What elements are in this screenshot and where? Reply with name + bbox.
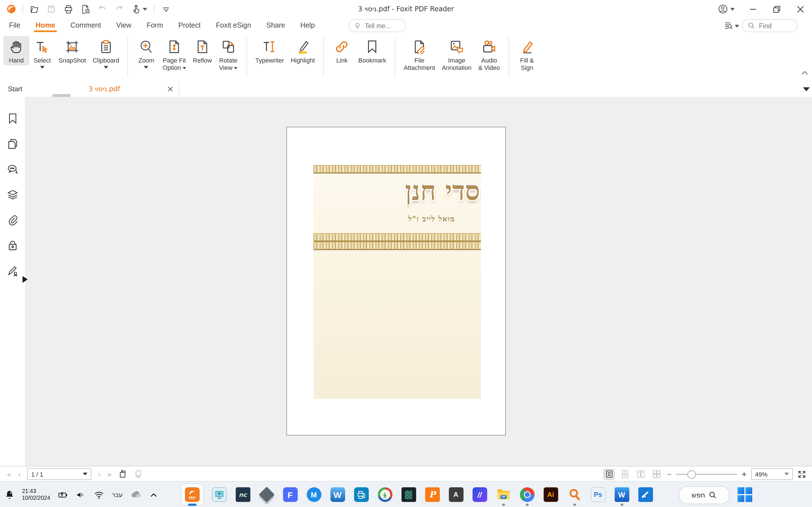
taskbar-w-app[interactable]: W: [330, 484, 345, 505]
undo-button[interactable]: [96, 3, 108, 15]
taskbar-ma-app[interactable]: //: [472, 484, 487, 505]
menu-protect[interactable]: Protect: [178, 21, 200, 29]
expand-panel-handle[interactable]: [22, 276, 28, 283]
menu-help[interactable]: Help: [300, 21, 315, 29]
snapshot-button[interactable]: SnapShot: [55, 36, 89, 65]
open-file-button[interactable]: [29, 3, 40, 15]
account-button[interactable]: [715, 0, 738, 18]
pages-panel-icon[interactable]: [6, 138, 18, 150]
minimize-button[interactable]: [744, 0, 761, 18]
menu-comment[interactable]: Comment: [70, 21, 101, 29]
taskbar-m-messenger-app[interactable]: M: [306, 484, 321, 505]
restore-button[interactable]: [768, 0, 785, 18]
fill-sign-button[interactable]: Fill & Sign: [514, 36, 540, 73]
taskbar-photoshop[interactable]: Ps: [591, 484, 606, 505]
hidden-icons-chevron[interactable]: [150, 491, 157, 498]
layers-panel-icon[interactable]: [6, 189, 18, 201]
bookmarks-panel-icon[interactable]: [6, 113, 18, 124]
wifi-icon[interactable]: [94, 489, 104, 500]
next-view-button[interactable]: [134, 469, 144, 479]
taskbar-nc-artwork-app[interactable]: nc: [235, 484, 250, 505]
tell-me-search[interactable]: [349, 19, 406, 32]
select-tool-button[interactable]: Select: [29, 36, 55, 70]
page-fit-option-button[interactable]: Page Fit Option: [159, 36, 190, 73]
continuous-view-button[interactable]: [619, 468, 631, 480]
save-button[interactable]: [46, 3, 57, 15]
collapse-ribbon-button[interactable]: [801, 70, 809, 75]
facing-continuous-view-button[interactable]: [651, 468, 662, 480]
clipboard-button[interactable]: Clipboard: [89, 36, 123, 70]
zoom-level-box[interactable]: 49%: [751, 468, 793, 480]
link-button[interactable]: Link: [329, 36, 355, 65]
customize-toolbar-button[interactable]: [160, 3, 171, 15]
zoom-slider[interactable]: [676, 470, 737, 478]
attachments-panel-icon[interactable]: [6, 214, 18, 226]
signatures-panel-icon[interactable]: [6, 265, 18, 277]
taskbar-chrome[interactable]: [519, 484, 535, 505]
bookmark-button[interactable]: Bookmark: [355, 36, 390, 65]
security-panel-icon[interactable]: [6, 239, 18, 251]
taskbar-search-app[interactable]: [567, 484, 582, 505]
print-button[interactable]: [63, 3, 74, 15]
taskbar-illustrator[interactable]: Ai: [543, 484, 558, 505]
menu-form[interactable]: Form: [147, 21, 163, 29]
hand-tool-button[interactable]: Hand: [3, 36, 29, 65]
typewriter-button[interactable]: Typewriter: [252, 36, 288, 65]
organize-pages-button[interactable]: [80, 3, 91, 15]
taskbar-clock[interactable]: 21:43 10/02/2024: [22, 488, 50, 501]
tab-start[interactable]: Start: [0, 82, 89, 96]
zoom-in-button[interactable]: +: [742, 470, 747, 478]
taskbar-picpick-app[interactable]: P: [424, 484, 440, 505]
taskbar-scanner-app[interactable]: [638, 484, 653, 505]
zoom-button[interactable]: Zoom: [133, 36, 159, 70]
menu-view[interactable]: View: [116, 21, 132, 29]
next-page-button[interactable]: ›: [98, 470, 101, 478]
zoom-out-button[interactable]: −: [667, 470, 672, 478]
taskbar-diamond-app[interactable]: [259, 484, 274, 505]
audio-video-button[interactable]: Audio & Video: [475, 36, 503, 73]
menu-home[interactable]: Home: [36, 21, 55, 29]
close-button[interactable]: [792, 0, 809, 18]
taskbar-f-app[interactable]: F: [283, 484, 298, 505]
file-attachment-button[interactable]: File Attachment: [400, 36, 439, 73]
find-input[interactable]: [758, 22, 785, 30]
rotate-view-button[interactable]: Rotate View: [215, 36, 241, 73]
find-box[interactable]: [742, 19, 797, 32]
onedrive-icon[interactable]: [130, 490, 142, 499]
previous-view-button[interactable]: [118, 469, 128, 479]
menu-file[interactable]: File: [9, 21, 20, 29]
close-tab-icon[interactable]: [167, 86, 173, 92]
start-button[interactable]: [738, 487, 752, 502]
touch-mode-button[interactable]: [130, 3, 148, 15]
highlight-button[interactable]: Highlight: [287, 36, 318, 65]
reflow-button[interactable]: Reflow: [190, 36, 215, 65]
first-page-button[interactable]: «: [7, 470, 11, 478]
single-page-view-button[interactable]: [604, 468, 615, 480]
previous-page-button[interactable]: ‹: [18, 470, 21, 478]
taskbar-a-app[interactable]: A: [448, 484, 463, 505]
facing-view-button[interactable]: [635, 468, 647, 480]
taskbar-printer-app[interactable]: [354, 484, 369, 505]
taskbar-foxit-pdf[interactable]: PDF: [182, 484, 203, 505]
tab-document[interactable]: 3 ניסוי.pdf: [81, 82, 179, 96]
taskbar-download-manager-app[interactable]: [377, 484, 393, 505]
last-page-button[interactable]: »: [107, 470, 112, 478]
language-indicator[interactable]: עבר: [112, 491, 123, 498]
taskbar-word[interactable]: W: [614, 484, 629, 505]
comments-panel-icon[interactable]: [6, 163, 18, 175]
menu-foxit-esign[interactable]: Foxit eSign: [216, 21, 251, 29]
taskbar-search-box[interactable]: חפש: [679, 486, 730, 504]
zoom-slider-handle[interactable]: [688, 470, 696, 478]
redo-button[interactable]: [113, 3, 124, 15]
image-annotation-button[interactable]: Image Annotation: [439, 36, 475, 73]
pdf-page[interactable]: חסדי חנן מואל לייב ז"ל: [287, 127, 506, 436]
taskbar-pixel-game-app[interactable]: [401, 484, 416, 505]
page-number-box[interactable]: 1 / 1: [27, 468, 91, 480]
tab-list-button[interactable]: [803, 87, 810, 91]
tell-me-input[interactable]: [364, 22, 396, 30]
volume-icon[interactable]: [75, 489, 86, 500]
battery-icon[interactable]: [57, 489, 68, 500]
advanced-search-button[interactable]: [724, 21, 739, 31]
taskbar-display-app[interactable]: [211, 484, 227, 505]
do-not-disturb-icon[interactable]: z: [4, 490, 15, 500]
